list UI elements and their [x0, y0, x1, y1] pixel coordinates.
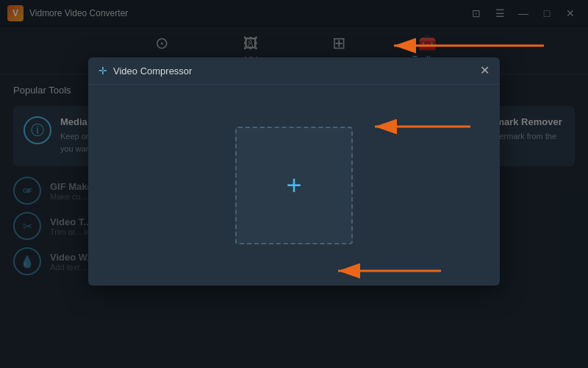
video-compressor-modal: ✛ Video Compressor ✕ +	[88, 57, 500, 286]
drop-zone[interactable]: +	[235, 127, 353, 244]
drop-zone-plus-icon: +	[286, 172, 301, 199]
modal-close-button[interactable]: ✕	[480, 65, 490, 77]
modal-title: Video Compressor	[113, 66, 192, 77]
modal-title-icon: ✛	[98, 65, 107, 77]
modal-body: +	[88, 85, 500, 286]
modal-header: ✛ Video Compressor ✕	[88, 57, 500, 85]
modal-title-row: ✛ Video Compressor	[98, 65, 192, 77]
